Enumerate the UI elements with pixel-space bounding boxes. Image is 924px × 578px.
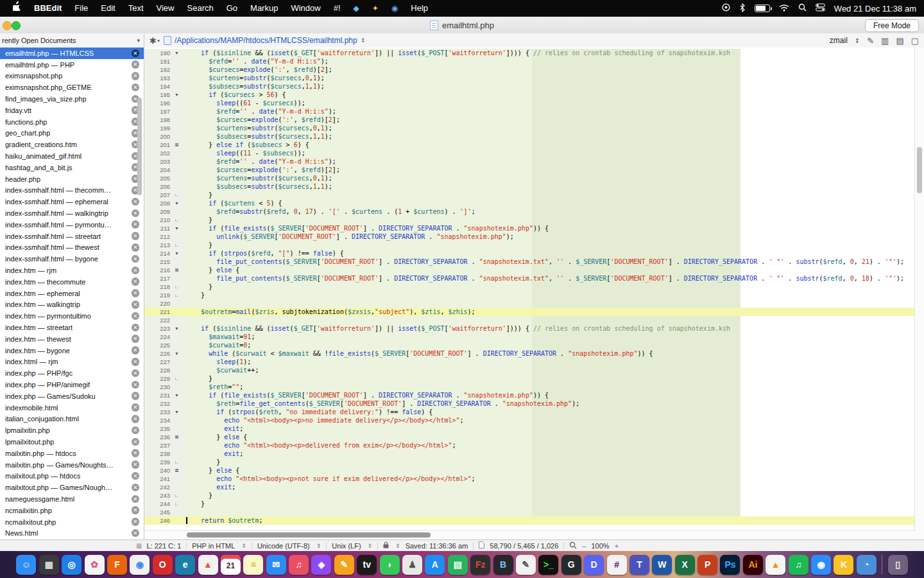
code-line[interactable]: 203 $refd='' . date("Y-m-d H:i:s");: [144, 157, 915, 166]
fold-marker-icon[interactable]: ▼: [173, 251, 185, 256]
code-text[interactable]: }: [185, 374, 212, 383]
menu-item-markup[interactable]: Markup: [244, 0, 284, 17]
sidebar-file-item[interactable]: index.htm — thewest✕: [0, 333, 144, 345]
close-document-icon[interactable]: ✕: [132, 83, 140, 92]
dock-trash-icon[interactable]: ▯: [888, 555, 908, 575]
code-line[interactable]: 232 $reth=file_get_contents($_SERVER['DO…: [144, 399, 915, 408]
fold-marker-icon[interactable]: 〓: [173, 267, 185, 274]
sidebar-file-item[interactable]: lpmailxitout.php✕: [0, 436, 144, 448]
dock-spotify-icon[interactable]: ♫: [789, 555, 809, 575]
fold-marker-icon[interactable]: ▼: [173, 51, 185, 55]
code-line[interactable]: 233▼ if (strpos($reth, "no immediate del…: [144, 408, 915, 416]
code-line[interactable]: 208▼ if ($curtens < 5) {: [144, 199, 915, 207]
close-document-icon[interactable]: ✕: [132, 449, 140, 457]
close-document-icon[interactable]: ✕: [132, 60, 140, 69]
fold-marker-icon[interactable]: 〓: [173, 142, 185, 148]
sidebar-file-item[interactable]: gradient_creations.htm✕: [0, 139, 144, 150]
control-center-icon[interactable]: [816, 3, 825, 13]
sidebar-file-item[interactable]: find_images_via_size.php✕: [0, 93, 144, 105]
code-line[interactable]: 231▼ if (file_exists($_SERVER['DOCUMENT_…: [144, 391, 915, 399]
battery-icon[interactable]: [755, 4, 770, 12]
code-line[interactable]: 209 $refd=substr($refd, 0, 17) . '[' . $…: [144, 207, 915, 216]
language-popup[interactable]: PHP in HTML: [192, 542, 235, 550]
display-options-icon[interactable]: ▤: [896, 36, 903, 46]
dock-photoshop-icon[interactable]: Ps: [720, 555, 740, 575]
dock-discord-icon[interactable]: D: [584, 555, 604, 575]
code-line[interactable]: 190▼ if ($isinline && (isset($_GET['wait…: [144, 49, 915, 57]
sidebar-file-item[interactable]: haiku_animated_gif.html✕: [0, 150, 144, 162]
code-text[interactable]: }: [185, 491, 212, 500]
dock-safari-icon[interactable]: ◎: [62, 555, 81, 575]
sidebar-file-item[interactable]: hashtag_and_a_bit.js✕: [0, 162, 144, 173]
code-text[interactable]: $refd='' . date("Y-m-d H:i:s");: [185, 57, 329, 66]
dock-vlc-icon[interactable]: ▲: [766, 555, 785, 575]
sidebar-file-item[interactable]: indexmobile.html✕: [0, 402, 144, 414]
sidebar-file-item[interactable]: italian_conjugation.html✕: [0, 414, 144, 425]
sidebar-file-item[interactable]: mailxitin.php — Games/Noughts…✕: [0, 459, 144, 471]
menu-item-[interactable]: #!: [327, 0, 347, 17]
fold-marker-icon[interactable]: ▼: [173, 326, 185, 331]
sidebar-file-item[interactable]: index-ssmhalf.html — pyrmontu…✕: [0, 219, 144, 231]
code-line[interactable]: 213∟ }: [144, 241, 915, 249]
sidebar-scrollbar[interactable]: [137, 98, 142, 195]
code-text[interactable]: $refd=substr($refd, 0, 17) . '[' . $curt…: [185, 207, 475, 216]
code-text[interactable]: if ($isinline && (isset($_GET['waitforre…: [185, 49, 730, 57]
code-line[interactable]: 193 $curtens=substr($cursecs,0,1);: [144, 74, 915, 82]
close-document-icon[interactable]: ✕: [132, 529, 140, 538]
horizontal-scrollbar[interactable]: [144, 530, 915, 539]
sidebar-file-item[interactable]: index.htm — pyrmontultimo✕: [0, 310, 144, 322]
code-text[interactable]: file_put_contents($_SERVER['DOCUMENT_ROO…: [185, 258, 904, 266]
sidebar-file-item[interactable]: index-ssmhalf.html — streetart✕: [0, 231, 144, 242]
code-line[interactable]: 207∟ }: [144, 191, 915, 199]
code-text[interactable]: echo "<html><body><p>no immediate delive…: [185, 416, 464, 425]
code-line[interactable]: 239∟ }: [144, 458, 915, 466]
close-document-icon[interactable]: ✕: [132, 484, 140, 492]
sidebar-file-item[interactable]: index-ssmhalf.html — bygone✕: [0, 253, 144, 265]
dock-edge-icon[interactable]: e: [175, 555, 195, 575]
code-line[interactable]: 200 $subsecs=substr($cursecs,1,1);: [144, 132, 915, 141]
fold-marker-icon[interactable]: ∟: [173, 493, 185, 498]
close-document-icon[interactable]: ✕: [132, 335, 140, 343]
close-document-icon[interactable]: ✕: [132, 255, 140, 263]
code-text[interactable]: }: [185, 216, 212, 224]
dock-github-icon[interactable]: G: [561, 555, 581, 575]
close-document-icon[interactable]: ✕: [132, 72, 140, 80]
fold-marker-icon[interactable]: 〓: [173, 468, 185, 474]
sidebar-file-item[interactable]: index.php — PHP/animegif✕: [0, 379, 144, 390]
code-line[interactable]: 246 return $outretm;: [144, 516, 915, 525]
code-line[interactable]: 197 $refd='' . date("Y-m-d H:i:s");: [144, 107, 915, 116]
code-text[interactable]: $refd='' . date("Y-m-d H:i:s");: [185, 157, 336, 166]
code-line[interactable]: 217 file_put_contents($_SERVER['DOCUMENT…: [144, 274, 915, 283]
text-zoom-icon[interactable]: [569, 541, 577, 550]
dock-notes-icon[interactable]: ≡: [243, 555, 263, 575]
code-line[interactable]: 225 $curwait=0;: [144, 341, 915, 349]
sidebar-file-item[interactable]: index-ssmhalf.html — thecomm…✕: [0, 185, 144, 197]
dock-chrome-icon[interactable]: ◉: [130, 555, 150, 575]
code-text[interactable]: $curtens=substr($cursecs,0,1);: [185, 74, 325, 82]
close-document-icon[interactable]: ✕: [132, 301, 140, 309]
dock-firefox-icon[interactable]: F: [107, 555, 127, 575]
code-text[interactable]: }: [185, 500, 205, 508]
code-text[interactable]: $maxwait=91;: [185, 333, 255, 341]
sidebar-file-item[interactable]: header.php✕: [0, 173, 144, 185]
counterpart-chevron-icon[interactable]: ⇕: [855, 37, 860, 44]
code-text[interactable]: $cursecs=explode(':', $refd)[2];: [185, 66, 332, 74]
vertical-scrollbar-thumb[interactable]: [917, 147, 922, 193]
fold-marker-icon[interactable]: ∟: [173, 502, 185, 506]
close-document-icon[interactable]: ✕: [132, 426, 140, 435]
menu-item-bbedit[interactable]: BBEdit: [28, 0, 68, 17]
close-document-icon[interactable]: ✕: [132, 277, 140, 286]
code-text[interactable]: echo "<html><body><p>delivered from exim…: [185, 441, 456, 450]
code-line[interactable]: 212 unlink($_SERVER['DOCUMENT_ROOT'] . D…: [144, 232, 915, 241]
fold-marker-icon[interactable]: 〓: [173, 434, 185, 441]
code-text[interactable]: }: [185, 241, 212, 249]
close-document-icon[interactable]: ✕: [132, 495, 140, 504]
close-document-icon[interactable]: ✕: [132, 392, 140, 400]
sidebar-file-item[interactable]: index.php — Games/Sudoku✕: [0, 390, 144, 402]
code-line[interactable]: 226▼ while ($curwait < $maxwait && !file…: [144, 349, 915, 358]
sidebar-file-item[interactable]: mailxitout.php — htdocs✕: [0, 470, 144, 482]
fold-marker-icon[interactable]: ∟: [173, 243, 185, 247]
sidebar-file-item[interactable]: index.htm — thecommute✕: [0, 276, 144, 288]
dock-excel-icon[interactable]: X: [675, 555, 695, 575]
code-line[interactable]: 201〓 } else if ($subsecs > 6) {: [144, 141, 915, 149]
